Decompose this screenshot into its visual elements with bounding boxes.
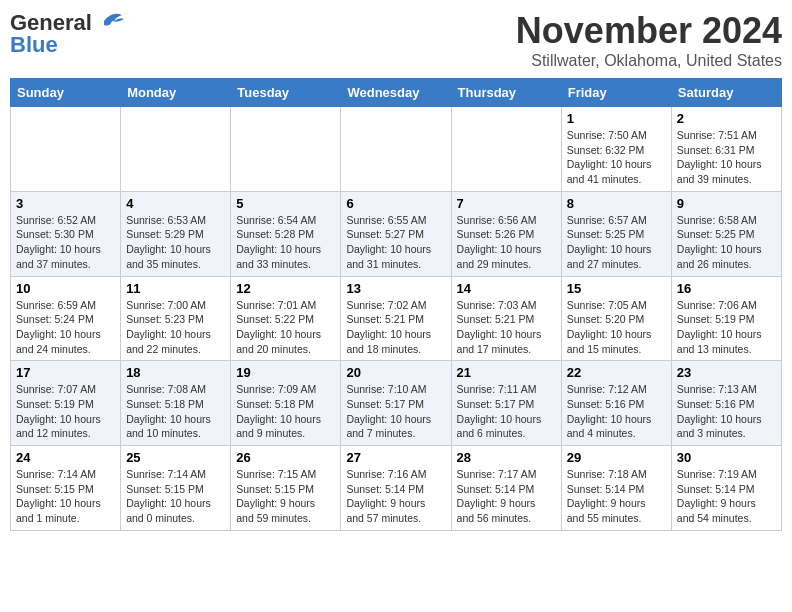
calendar-cell: 9Sunrise: 6:58 AMSunset: 5:25 PMDaylight…	[671, 191, 781, 276]
day-info: Sunrise: 7:17 AMSunset: 5:14 PMDaylight:…	[457, 467, 556, 526]
day-number: 10	[16, 281, 115, 296]
calendar-week-5: 24Sunrise: 7:14 AMSunset: 5:15 PMDayligh…	[11, 446, 782, 531]
calendar-cell: 7Sunrise: 6:56 AMSunset: 5:26 PMDaylight…	[451, 191, 561, 276]
day-number: 8	[567, 196, 666, 211]
calendar-cell: 22Sunrise: 7:12 AMSunset: 5:16 PMDayligh…	[561, 361, 671, 446]
day-info: Sunrise: 7:10 AMSunset: 5:17 PMDaylight:…	[346, 382, 445, 441]
day-number: 9	[677, 196, 776, 211]
day-info: Sunrise: 7:09 AMSunset: 5:18 PMDaylight:…	[236, 382, 335, 441]
day-number: 23	[677, 365, 776, 380]
calendar-cell	[341, 107, 451, 192]
day-number: 26	[236, 450, 335, 465]
calendar-cell: 28Sunrise: 7:17 AMSunset: 5:14 PMDayligh…	[451, 446, 561, 531]
title-section: November 2024 Stillwater, Oklahoma, Unit…	[516, 10, 782, 70]
calendar-cell: 13Sunrise: 7:02 AMSunset: 5:21 PMDayligh…	[341, 276, 451, 361]
day-number: 28	[457, 450, 556, 465]
day-number: 16	[677, 281, 776, 296]
day-info: Sunrise: 7:05 AMSunset: 5:20 PMDaylight:…	[567, 298, 666, 357]
day-info: Sunrise: 7:18 AMSunset: 5:14 PMDaylight:…	[567, 467, 666, 526]
day-info: Sunrise: 7:14 AMSunset: 5:15 PMDaylight:…	[126, 467, 225, 526]
day-info: Sunrise: 7:11 AMSunset: 5:17 PMDaylight:…	[457, 382, 556, 441]
day-info: Sunrise: 6:52 AMSunset: 5:30 PMDaylight:…	[16, 213, 115, 272]
calendar-week-2: 3Sunrise: 6:52 AMSunset: 5:30 PMDaylight…	[11, 191, 782, 276]
calendar-table: SundayMondayTuesdayWednesdayThursdayFrid…	[10, 78, 782, 531]
calendar-cell: 19Sunrise: 7:09 AMSunset: 5:18 PMDayligh…	[231, 361, 341, 446]
day-number: 13	[346, 281, 445, 296]
day-info: Sunrise: 6:59 AMSunset: 5:24 PMDaylight:…	[16, 298, 115, 357]
day-number: 29	[567, 450, 666, 465]
calendar-cell: 2Sunrise: 7:51 AMSunset: 6:31 PMDaylight…	[671, 107, 781, 192]
day-number: 19	[236, 365, 335, 380]
day-info: Sunrise: 7:00 AMSunset: 5:23 PMDaylight:…	[126, 298, 225, 357]
day-info: Sunrise: 7:51 AMSunset: 6:31 PMDaylight:…	[677, 128, 776, 187]
day-info: Sunrise: 7:08 AMSunset: 5:18 PMDaylight:…	[126, 382, 225, 441]
day-number: 14	[457, 281, 556, 296]
calendar-cell: 30Sunrise: 7:19 AMSunset: 5:14 PMDayligh…	[671, 446, 781, 531]
weekday-header-monday: Monday	[121, 79, 231, 107]
weekday-header-thursday: Thursday	[451, 79, 561, 107]
calendar-cell	[121, 107, 231, 192]
calendar-cell: 29Sunrise: 7:18 AMSunset: 5:14 PMDayligh…	[561, 446, 671, 531]
weekday-header-saturday: Saturday	[671, 79, 781, 107]
day-info: Sunrise: 7:50 AMSunset: 6:32 PMDaylight:…	[567, 128, 666, 187]
calendar-cell	[231, 107, 341, 192]
day-number: 1	[567, 111, 666, 126]
weekday-header-friday: Friday	[561, 79, 671, 107]
calendar-cell: 8Sunrise: 6:57 AMSunset: 5:25 PMDaylight…	[561, 191, 671, 276]
day-number: 25	[126, 450, 225, 465]
page-header: General Blue November 2024 Stillwater, O…	[10, 10, 782, 70]
day-info: Sunrise: 7:12 AMSunset: 5:16 PMDaylight:…	[567, 382, 666, 441]
calendar-cell: 14Sunrise: 7:03 AMSunset: 5:21 PMDayligh…	[451, 276, 561, 361]
weekday-header-sunday: Sunday	[11, 79, 121, 107]
day-info: Sunrise: 6:57 AMSunset: 5:25 PMDaylight:…	[567, 213, 666, 272]
calendar-cell: 15Sunrise: 7:05 AMSunset: 5:20 PMDayligh…	[561, 276, 671, 361]
calendar-cell: 3Sunrise: 6:52 AMSunset: 5:30 PMDaylight…	[11, 191, 121, 276]
calendar-cell: 21Sunrise: 7:11 AMSunset: 5:17 PMDayligh…	[451, 361, 561, 446]
day-number: 20	[346, 365, 445, 380]
day-info: Sunrise: 7:14 AMSunset: 5:15 PMDaylight:…	[16, 467, 115, 526]
logo-blue-text: Blue	[10, 34, 58, 56]
calendar-cell: 23Sunrise: 7:13 AMSunset: 5:16 PMDayligh…	[671, 361, 781, 446]
day-info: Sunrise: 7:13 AMSunset: 5:16 PMDaylight:…	[677, 382, 776, 441]
weekday-header-wednesday: Wednesday	[341, 79, 451, 107]
day-number: 22	[567, 365, 666, 380]
calendar-week-3: 10Sunrise: 6:59 AMSunset: 5:24 PMDayligh…	[11, 276, 782, 361]
calendar-cell: 26Sunrise: 7:15 AMSunset: 5:15 PMDayligh…	[231, 446, 341, 531]
calendar-body: 1Sunrise: 7:50 AMSunset: 6:32 PMDaylight…	[11, 107, 782, 531]
calendar-cell: 12Sunrise: 7:01 AMSunset: 5:22 PMDayligh…	[231, 276, 341, 361]
bird-icon	[94, 9, 126, 33]
calendar-cell: 16Sunrise: 7:06 AMSunset: 5:19 PMDayligh…	[671, 276, 781, 361]
day-info: Sunrise: 7:01 AMSunset: 5:22 PMDaylight:…	[236, 298, 335, 357]
day-number: 24	[16, 450, 115, 465]
day-info: Sunrise: 6:53 AMSunset: 5:29 PMDaylight:…	[126, 213, 225, 272]
calendar-cell: 27Sunrise: 7:16 AMSunset: 5:14 PMDayligh…	[341, 446, 451, 531]
day-info: Sunrise: 6:58 AMSunset: 5:25 PMDaylight:…	[677, 213, 776, 272]
calendar-cell: 1Sunrise: 7:50 AMSunset: 6:32 PMDaylight…	[561, 107, 671, 192]
calendar-week-1: 1Sunrise: 7:50 AMSunset: 6:32 PMDaylight…	[11, 107, 782, 192]
calendar-cell: 24Sunrise: 7:14 AMSunset: 5:15 PMDayligh…	[11, 446, 121, 531]
calendar-cell: 10Sunrise: 6:59 AMSunset: 5:24 PMDayligh…	[11, 276, 121, 361]
calendar-cell: 17Sunrise: 7:07 AMSunset: 5:19 PMDayligh…	[11, 361, 121, 446]
day-info: Sunrise: 6:54 AMSunset: 5:28 PMDaylight:…	[236, 213, 335, 272]
day-number: 30	[677, 450, 776, 465]
calendar-cell: 18Sunrise: 7:08 AMSunset: 5:18 PMDayligh…	[121, 361, 231, 446]
calendar-cell: 11Sunrise: 7:00 AMSunset: 5:23 PMDayligh…	[121, 276, 231, 361]
day-number: 21	[457, 365, 556, 380]
day-number: 11	[126, 281, 225, 296]
day-number: 7	[457, 196, 556, 211]
logo: General Blue	[10, 10, 126, 56]
day-info: Sunrise: 6:55 AMSunset: 5:27 PMDaylight:…	[346, 213, 445, 272]
day-number: 18	[126, 365, 225, 380]
calendar-cell: 20Sunrise: 7:10 AMSunset: 5:17 PMDayligh…	[341, 361, 451, 446]
day-info: Sunrise: 7:02 AMSunset: 5:21 PMDaylight:…	[346, 298, 445, 357]
month-title: November 2024	[516, 10, 782, 52]
calendar-cell: 5Sunrise: 6:54 AMSunset: 5:28 PMDaylight…	[231, 191, 341, 276]
day-number: 12	[236, 281, 335, 296]
day-number: 15	[567, 281, 666, 296]
day-info: Sunrise: 7:07 AMSunset: 5:19 PMDaylight:…	[16, 382, 115, 441]
calendar-cell	[451, 107, 561, 192]
day-number: 27	[346, 450, 445, 465]
day-info: Sunrise: 7:15 AMSunset: 5:15 PMDaylight:…	[236, 467, 335, 526]
day-info: Sunrise: 7:16 AMSunset: 5:14 PMDaylight:…	[346, 467, 445, 526]
calendar-cell: 4Sunrise: 6:53 AMSunset: 5:29 PMDaylight…	[121, 191, 231, 276]
